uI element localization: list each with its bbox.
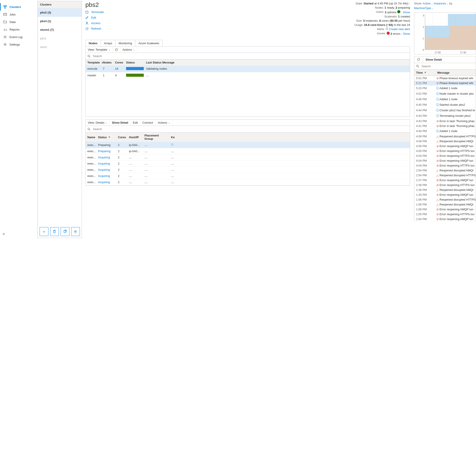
edit-button[interactable]: Edit — [85, 15, 104, 20]
detail-edit-button[interactable]: Edit — [131, 120, 140, 126]
table-row[interactable]: execute714Validating nodes — [86, 66, 410, 72]
detail-search-input[interactable] — [92, 127, 408, 131]
show-machinetype-dropdown[interactable]: MachineType — [414, 6, 433, 10]
cluster-item[interactable]: slurm — [38, 43, 82, 51]
table-row[interactable]: exec...Preparing2ip-0A0.......⛉ — [86, 142, 410, 148]
event-row[interactable]: 5:20 PMⓘAdded 1 node — [414, 86, 476, 91]
nav-clusters[interactable]: Clusters — [0, 3, 37, 11]
table-row[interactable]: master14.... — [86, 72, 410, 79]
col-template[interactable]: Template — [86, 59, 101, 65]
access-button[interactable]: Access — [85, 20, 104, 26]
actions-template-dropdown[interactable]: Actions — [120, 47, 137, 53]
col-kp[interactable]: Ke — [169, 132, 174, 142]
table-row[interactable]: exec...Acquiring2............ — [86, 161, 410, 167]
table-row[interactable]: exec...Acquiring2............ — [86, 173, 410, 179]
delete-cluster-button[interactable] — [50, 227, 59, 236]
events-show-detail-button[interactable]: Show Detail — [423, 56, 445, 63]
show-active-dropdown[interactable]: Active — [423, 2, 433, 5]
event-row[interactable]: 4:04 PM⊘Error reopening HTTPS tun — [414, 153, 476, 158]
users-show-link[interactable]: Show — [403, 11, 410, 14]
event-row[interactable]: 4:40 PMⓘAdded 1 node — [414, 128, 476, 134]
col-nodes[interactable]: Nodes — [101, 59, 113, 65]
tab-monitoring[interactable]: Monitoring — [115, 40, 135, 47]
event-row[interactable]: 1:35 PM⊘Error reopening AMQP tun — [414, 192, 476, 197]
nav-jobs[interactable]: Jobs — [0, 11, 37, 18]
table-row[interactable]: exec...Acquiring2............ — [86, 154, 410, 161]
col-ev-msg[interactable]: Message — [436, 70, 476, 76]
tab-scalesets[interactable]: Azure Scalesets — [135, 40, 163, 47]
nav-eventlog[interactable]: Event Log — [0, 33, 37, 41]
event-row[interactable]: 4:04 PM⊘Error reopening HTTPS tun — [414, 163, 476, 168]
table-row[interactable]: exec...Preparing2ip-0A0........... — [86, 148, 410, 154]
event-row[interactable]: 4:41 PM⊘Error in task "Running phas — [414, 124, 476, 128]
col-lsm[interactable]: Last Status Message — [144, 59, 410, 65]
col-status[interactable]: Status — [124, 59, 144, 65]
col-host[interactable]: Host/IP — [127, 132, 143, 142]
events-search-input[interactable] — [421, 64, 474, 69]
tab-arrays[interactable]: Arrays — [101, 40, 116, 47]
detail-connect-button[interactable]: Connect — [140, 120, 155, 126]
refresh-template-button[interactable] — [113, 47, 120, 53]
event-row[interactable]: 4:08 PM△Reopened disrupted AMQI — [414, 139, 476, 144]
refresh-button[interactable]: Refresh — [85, 26, 104, 31]
event-row[interactable]: 4:46 PMⓘAdded 1 node — [414, 97, 476, 102]
template-search-input[interactable] — [92, 54, 408, 58]
col-detail-status[interactable]: Status — [96, 132, 116, 142]
event-row[interactable]: 4:06 PM⊘Error reopening AMQP tun — [414, 144, 476, 149]
event-row[interactable]: 2:54 PM△Reopened disrupted AMQI — [414, 168, 476, 173]
cluster-item[interactable]: pbs3 (1) — [38, 17, 82, 25]
event-row[interactable]: 4:08 PM△Reopened disrupted HTTPS — [414, 134, 476, 139]
add-cluster-button[interactable]: ＋ — [40, 227, 48, 236]
event-row[interactable]: 2:54 PM△Reopened disrupted HTTPS — [414, 173, 476, 178]
tab-nodes[interactable]: Nodes — [85, 40, 101, 47]
cluster-item[interactable]: slurm1 (7) — [38, 25, 82, 34]
event-row[interactable]: 5:21 PM⊘Phase timeout expired whi — [414, 81, 476, 86]
detail-actions-dropdown[interactable]: Actions — [155, 120, 173, 126]
collapse-nav-button[interactable]: « — [0, 229, 37, 239]
show-detail-button[interactable]: Show Detail — [110, 120, 131, 126]
event-row[interactable]: 5:51 PM⊘Phase timeout expired whi — [414, 76, 476, 81]
cluster-item[interactable]: pbs2 (3) — [38, 8, 82, 17]
svg-point-16 — [75, 231, 76, 232]
event-row[interactable]: 4:04 PM⊘Error reopening AMQP tun — [414, 158, 476, 163]
event-row[interactable]: 1:06 PM△Reopened disrupted HTTPS — [414, 197, 476, 202]
nav-reports[interactable]: Reports — [0, 26, 37, 33]
event-row[interactable]: 2:36 PM⊘Error reopening HTTPS tun — [414, 183, 476, 187]
copy-cluster-button[interactable] — [61, 227, 70, 236]
events-refresh-button[interactable] — [414, 56, 423, 63]
view-template-dropdown[interactable]: View: Template — [86, 47, 113, 53]
nav-settings[interactable]: Settings — [0, 41, 37, 48]
show-instances-dropdown[interactable]: Instances — [434, 2, 448, 5]
nodes-value: 1 ready, 2 preparing — [385, 6, 410, 9]
col-pg[interactable]: Placement Group — [143, 132, 169, 142]
tabstrip: Nodes Arrays Monitoring Azure Scalesets — [85, 40, 410, 47]
event-row[interactable]: 1:05 PM⊘Error reopening HTTPS tun — [414, 212, 476, 217]
table-row[interactable]: exec...Acquiring2............ — [86, 167, 410, 173]
view-details-dropdown[interactable]: View: Details — [86, 120, 110, 126]
event-row[interactable]: 4:43 PM⊘Error in task "Running phas — [414, 119, 476, 124]
settings-cluster-button[interactable] — [71, 227, 80, 236]
issues-show-link[interactable]: Show — [403, 32, 410, 35]
event-row[interactable]: 4:45 PMⓘStarted cluster pbs2 — [414, 102, 476, 108]
event-row[interactable]: 2:37 PM⊘Error reopening AMQP tun — [414, 178, 476, 183]
col-name[interactable]: Name — [86, 132, 96, 142]
event-row[interactable]: 1:06 PM⊘Error reopening AMQP tun — [414, 207, 476, 212]
event-row[interactable]: 4:43 PMⓘTerminating cluster pbs2 — [414, 113, 476, 119]
event-row[interactable]: 1:36 PM△Reopened disrupted AMQI — [414, 187, 476, 192]
event-row[interactable]: 4:05 PM⊘Error reopening HTTPS tun — [414, 149, 476, 153]
cluster-item[interactable]: pbs1 — [38, 34, 82, 43]
info-icon: ⓘ — [436, 114, 440, 118]
event-row[interactable]: 1:04 PM⊘Error reopening AMQP tun — [414, 217, 476, 221]
event-row[interactable]: 4:52 PMⓘNode master in cluster pbs — [414, 91, 476, 97]
col-detail-cores[interactable]: Cores — [116, 132, 127, 142]
clusters-list: pbs2 (3)pbs3 (1)slurm1 (7)pbs1slurm — [38, 8, 82, 51]
create-alert-link[interactable]: Create new alert — [389, 27, 410, 31]
col-ev-time[interactable]: Time — [414, 70, 436, 76]
terminate-button[interactable]: Terminate — [85, 9, 104, 15]
event-row[interactable]: 4:44 PMⓘCluster pbs2 has finished te — [414, 108, 476, 113]
right-column: Show: Active Instances by MachineType 3 … — [414, 1, 476, 239]
col-cores[interactable]: Cores — [113, 59, 124, 65]
event-row[interactable]: 1:06 PM△Reopened disrupted AMQI — [414, 202, 476, 207]
nav-data[interactable]: Data — [0, 18, 37, 26]
table-row[interactable]: exec...Acquiring2............ — [86, 179, 410, 185]
